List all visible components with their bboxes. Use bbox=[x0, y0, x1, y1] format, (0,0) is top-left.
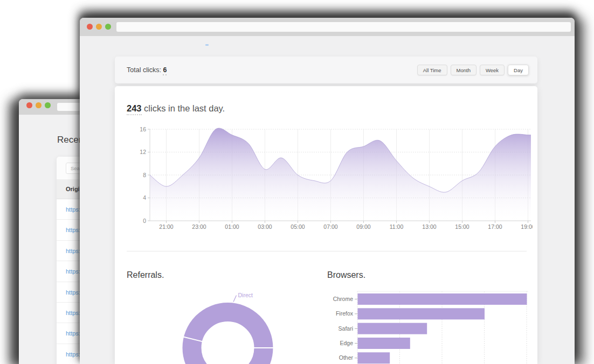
front-browser-window: Total clicks: 6 All TimeMonthWeekDay 243… bbox=[80, 18, 575, 364]
svg-text:Edge: Edge bbox=[340, 340, 353, 346]
svg-text:21:00: 21:00 bbox=[159, 223, 173, 230]
svg-text:Chrome: Chrome bbox=[333, 296, 354, 302]
filter-button-week[interactable]: Week bbox=[480, 65, 505, 75]
svg-text:07:00: 07:00 bbox=[323, 223, 337, 230]
original-url-link[interactable]: https: bbox=[66, 268, 80, 275]
referrals-doughnut-chart: Direct bbox=[171, 288, 285, 364]
maximize-button[interactable] bbox=[45, 102, 51, 108]
section-divider bbox=[127, 251, 527, 251]
close-button[interactable] bbox=[26, 102, 32, 108]
svg-text:19:00: 19:00 bbox=[521, 223, 533, 230]
total-clicks-label: Total clicks: bbox=[127, 66, 163, 74]
analytics-card: 243 clicks in the last day. 048121621:00… bbox=[115, 86, 537, 364]
bar-firefox bbox=[358, 308, 485, 319]
desktop-stage: Recen Origi https:https:https:https:http… bbox=[0, 0, 594, 364]
svg-text:12: 12 bbox=[140, 149, 146, 155]
original-url-link[interactable]: https: bbox=[66, 248, 80, 254]
svg-text:16: 16 bbox=[140, 126, 146, 132]
clicks-count: 243 bbox=[127, 103, 142, 115]
svg-text:Other: Other bbox=[339, 354, 354, 361]
referrals-section-title: Referrals. bbox=[127, 270, 164, 280]
bar-chrome bbox=[358, 293, 527, 305]
svg-text:0: 0 bbox=[143, 218, 146, 224]
minimize-button[interactable] bbox=[36, 102, 42, 108]
original-url-link[interactable]: https: bbox=[66, 330, 80, 337]
original-url-link[interactable]: https: bbox=[66, 227, 80, 233]
stats-header-card: Total clicks: 6 All TimeMonthWeekDay bbox=[115, 57, 537, 83]
total-clicks-value: 6 bbox=[163, 66, 167, 75]
browsers-bar-chart: ChromeFirefoxSafariEdgeOther bbox=[328, 288, 533, 364]
bar-other bbox=[358, 352, 390, 363]
svg-text:01:00: 01:00 bbox=[225, 223, 239, 230]
bar-edge bbox=[358, 338, 410, 349]
back-window-controls bbox=[26, 102, 51, 108]
clicks-headline: 243 clicks in the last day. bbox=[127, 103, 225, 114]
page-loader-dash bbox=[205, 44, 209, 46]
time-filter-group: All TimeMonthWeekDay bbox=[417, 65, 529, 75]
svg-text:03:00: 03:00 bbox=[258, 223, 272, 230]
svg-text:05:00: 05:00 bbox=[291, 223, 305, 230]
svg-text:09:00: 09:00 bbox=[356, 223, 370, 230]
svg-text:4: 4 bbox=[143, 194, 146, 201]
original-url-link[interactable]: https: bbox=[66, 289, 80, 296]
svg-text:23:00: 23:00 bbox=[192, 223, 206, 230]
address-bar[interactable] bbox=[116, 22, 571, 32]
close-button[interactable] bbox=[87, 24, 93, 30]
filter-button-month[interactable]: Month bbox=[451, 65, 476, 75]
svg-text:8: 8 bbox=[143, 172, 146, 178]
front-window-controls bbox=[87, 24, 111, 30]
svg-text:Firefox: Firefox bbox=[336, 310, 354, 317]
front-window-titlebar[interactable] bbox=[80, 18, 575, 36]
doughnut-direct-label: Direct bbox=[238, 292, 253, 298]
svg-text:15:00: 15:00 bbox=[455, 223, 469, 230]
clicks-headline-suffix: clicks in the last day. bbox=[142, 103, 225, 113]
clicks-area-chart: 048121621:0023:0001:0003:0005:0007:0009:… bbox=[131, 124, 533, 232]
svg-text:Safari: Safari bbox=[339, 325, 353, 332]
bar-safari bbox=[358, 323, 427, 334]
total-clicks-text: Total clicks: 6 bbox=[127, 66, 167, 74]
original-url-link[interactable]: https: bbox=[66, 206, 80, 213]
filter-button-all-time[interactable]: All Time bbox=[417, 65, 447, 75]
maximize-button[interactable] bbox=[105, 24, 111, 30]
svg-text:11:00: 11:00 bbox=[390, 223, 404, 230]
browsers-section-title: Browsers. bbox=[327, 270, 365, 280]
original-url-link[interactable]: https: bbox=[66, 351, 80, 358]
svg-text:13:00: 13:00 bbox=[422, 223, 436, 230]
filter-button-day[interactable]: Day bbox=[508, 65, 529, 75]
original-url-link[interactable]: https: bbox=[66, 310, 80, 316]
minimize-button[interactable] bbox=[96, 24, 102, 30]
svg-text:17:00: 17:00 bbox=[488, 223, 502, 230]
